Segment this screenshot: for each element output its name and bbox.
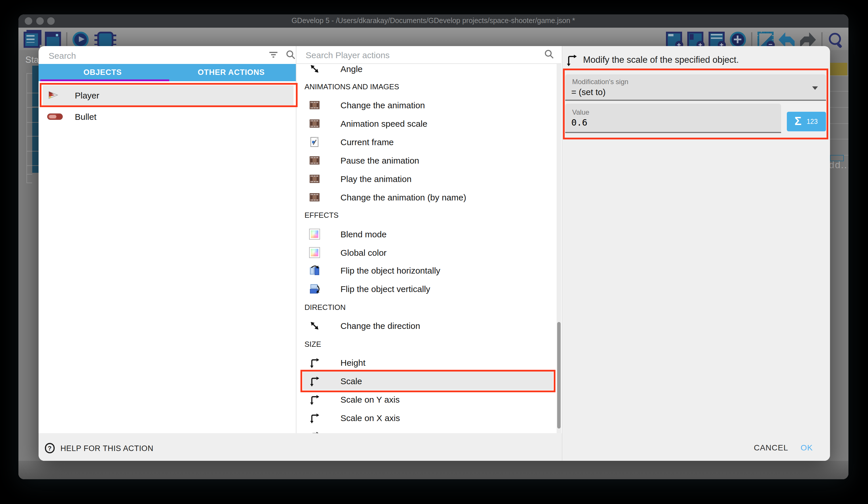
debug-icon[interactable]: [97, 32, 113, 48]
film-strip-icon: [309, 155, 320, 166]
action-item-label: Scale: [340, 376, 362, 386]
action-item-label: Global color: [340, 248, 386, 257]
action-item-label: Play the animation: [340, 174, 412, 184]
window-title: GDevelop 5 - /Users/dkarakay/Documents/G…: [18, 14, 848, 28]
screen: GDevelop 5 - /Users/dkarakay/Documents/G…: [0, 0, 868, 504]
scale-corner-arrow-icon: [309, 431, 320, 433]
action-item[interactable]: Change the animation: [296, 96, 561, 115]
events-bracket-line: [26, 73, 27, 182]
action-item[interactable]: Angle: [296, 64, 561, 78]
play-icon[interactable]: [73, 32, 89, 48]
actions-scrollbar-thumb[interactable]: [557, 322, 560, 428]
action-item[interactable]: Current frame: [296, 133, 561, 151]
angle-diagonal-arrow-icon: [309, 320, 320, 331]
film-strip-icon: [309, 192, 320, 203]
action-item[interactable]: Animation speed scale: [296, 114, 561, 133]
action-item[interactable]: Play the animation: [296, 170, 561, 188]
action-item-label: Scale on Y axis: [340, 394, 400, 404]
value-label: Value: [572, 108, 589, 116]
object-row-player[interactable]: Player: [43, 85, 293, 105]
event-block: [32, 65, 38, 80]
filter-icon[interactable]: [268, 50, 278, 60]
cancel-button[interactable]: CANCEL: [751, 443, 791, 452]
action-section-header: ANIMATIONS AND IMAGES: [296, 78, 561, 96]
titlebar: GDevelop 5 - /Users/dkarakay/Documents/G…: [18, 14, 848, 28]
active-tab-indicator: [40, 79, 169, 81]
bullet-icon: [47, 113, 63, 120]
color-palette-icon: [309, 228, 320, 239]
search-icon[interactable]: [285, 50, 296, 60]
action-item-label: Current frame: [340, 137, 394, 147]
action-section-header: EFFECTS: [296, 206, 561, 225]
object-row-bullet[interactable]: Bullet: [43, 107, 293, 125]
scale-corner-arrow-icon: [309, 394, 320, 405]
action-editor-dialog: OBJECTS OTHER ACTIONS Player: [38, 46, 830, 461]
actions-list: Angle ANIMATIONS AND IMAGES: [296, 64, 561, 433]
help-icon: ?: [45, 443, 55, 453]
flip-horizontal-icon: [309, 265, 320, 276]
help-button[interactable]: ? HELP FOR THIS ACTION: [45, 443, 153, 453]
film-strip-icon: [309, 118, 320, 129]
actions-search-bar: [296, 46, 561, 64]
tab-other-actions[interactable]: OTHER ACTIONS: [167, 64, 296, 81]
action-item[interactable]: Change the direction: [296, 316, 561, 335]
scene-editor-icon[interactable]: [45, 32, 61, 48]
toolbar-separator: [66, 32, 68, 47]
current-frame-icon: [309, 137, 320, 148]
value-input[interactable]: Value 0.6: [565, 104, 781, 133]
add-external-events-icon[interactable]: [687, 32, 703, 48]
search-icon[interactable]: [544, 49, 554, 59]
expression-builder-button[interactable]: Σ 123: [787, 112, 826, 131]
spaceship-icon: [47, 89, 59, 101]
action-item[interactable]: Scale on Y axis: [296, 390, 561, 409]
window-bottom-area: [18, 461, 848, 479]
scale-corner-arrow-icon: [309, 357, 320, 368]
add-external-layout-icon[interactable]: [708, 32, 724, 48]
color-palette-icon: [309, 247, 320, 258]
ok-button[interactable]: OK: [797, 443, 816, 452]
objects-search-input[interactable]: [48, 46, 266, 64]
action-item[interactable]: Height: [296, 353, 561, 372]
actions-search-input[interactable]: [304, 46, 514, 64]
film-strip-icon: [309, 100, 320, 111]
action-item-label: Animation speed scale: [340, 119, 427, 129]
action-item-label: Scale on X axis: [340, 413, 400, 423]
tab-objects[interactable]: OBJECTS: [38, 64, 167, 81]
object-name: Bullet: [75, 111, 96, 121]
scale-corner-arrow-icon: [566, 53, 577, 66]
expression-123-badge: 123: [807, 118, 818, 125]
action-description: Modify the scale of the specified object…: [583, 54, 739, 65]
project-manager-icon[interactable]: [24, 32, 40, 48]
action-item-label: Change the animation (by name): [340, 192, 466, 202]
action-item-label: Width: [340, 431, 363, 433]
redo-icon[interactable]: [800, 32, 816, 48]
modification-sign-label: Modification's sign: [572, 78, 628, 85]
action-section-header: SIZE: [296, 335, 561, 353]
action-item[interactable]: Width: [296, 427, 561, 433]
help-button-label: HELP FOR THIS ACTION: [60, 444, 153, 452]
action-item[interactable]: Pause the animation: [296, 151, 561, 170]
action-item[interactable]: Scale: [296, 372, 561, 390]
action-item[interactable]: Blend mode: [296, 225, 561, 243]
value-text: 0.6: [571, 118, 587, 128]
action-item[interactable]: Change the animation (by name): [296, 188, 561, 206]
toolbar-right-group: [666, 32, 844, 48]
search-icon[interactable]: [827, 32, 844, 48]
action-item[interactable]: Flip the object vertically: [296, 280, 561, 299]
add-resource-icon[interactable]: [730, 32, 746, 48]
chevron-down-icon[interactable]: [812, 87, 818, 90]
undo-icon[interactable]: [778, 32, 795, 48]
action-item[interactable]: Scale on X axis: [296, 409, 561, 427]
film-strip-icon: [309, 173, 320, 184]
object-name: Player: [75, 90, 99, 100]
left-panel-tabs: OBJECTS OTHER ACTIONS: [38, 64, 296, 81]
flip-vertical-icon: [309, 284, 320, 295]
background-yellow-panel: [830, 63, 847, 75]
action-item-label: Change the direction: [340, 321, 420, 331]
action-item[interactable]: Flip the object horizontally: [296, 262, 561, 280]
add-scene-icon[interactable]: [666, 32, 682, 48]
action-section-header: DIRECTION: [296, 298, 561, 316]
modification-sign-select[interactable]: Modification's sign = (set to): [565, 74, 826, 101]
paste-icon[interactable]: [757, 32, 773, 48]
action-item[interactable]: Global color: [296, 243, 561, 262]
